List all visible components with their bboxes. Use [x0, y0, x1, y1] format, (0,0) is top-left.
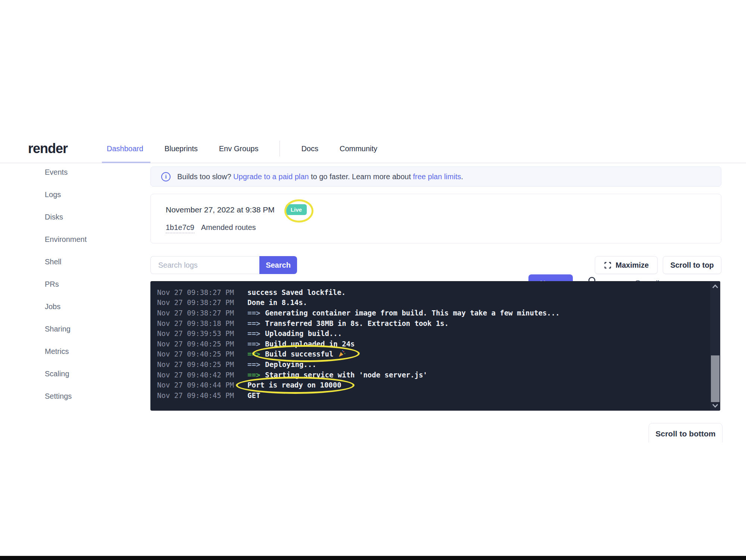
log-timestamp: Nov 27 09:38:18 PM [157, 319, 247, 327]
log-timestamp: Nov 27 09:38:27 PM [157, 309, 247, 317]
log-message: success Saved lockfile. [247, 288, 346, 296]
log-line-build-successful: Nov 27 09:40:25 PM ==> Build successful [157, 349, 705, 360]
scrollbar-thumb[interactable] [711, 355, 720, 402]
upgrade-banner: i Builds too slow? Upgrade to a paid pla… [150, 167, 721, 187]
scrollbar-up-arrow-icon[interactable] [710, 282, 720, 291]
log-arrow: ==> [247, 319, 260, 327]
log-line: Nov 27 09:39:53 PM ==> Uploading build..… [157, 328, 705, 339]
maximize-icon [604, 261, 612, 269]
deploy-card: November 27, 2022 at 9:38 PM Live 1b1e7c… [150, 194, 721, 243]
sidebar-item-shell[interactable]: Shell [45, 258, 87, 267]
sidebar-item-metrics[interactable]: Metrics [45, 347, 87, 356]
banner-text-1: Builds too slow? [177, 172, 233, 181]
log-message: Uploading build... [265, 329, 342, 337]
render-logo[interactable]: render [28, 141, 68, 156]
active-tab-underline [102, 162, 150, 163]
maximize-label: Maximize [616, 261, 649, 270]
top-navbar: render Dashboard Blueprints Env Groups D… [0, 134, 746, 163]
log-timestamp: Nov 27 09:39:53 PM [157, 329, 247, 337]
scroll-to-bottom-wrap: Scroll to bottom [649, 423, 722, 442]
party-popper-icon [338, 350, 346, 358]
log-timestamp: Nov 27 09:40:25 PM [157, 340, 247, 348]
maximize-button[interactable]: Maximize [595, 256, 658, 274]
log-message: Port is ready on 10000 [247, 381, 341, 389]
nav-links: Dashboard Blueprints Env Groups Docs Com… [107, 134, 377, 163]
banner-text-3: . [461, 172, 463, 181]
render-dashboard-page: render Dashboard Blueprints Env Groups D… [0, 0, 746, 560]
sidebar-item-logs[interactable]: Logs [45, 190, 87, 199]
log-timestamp: Nov 27 09:40:25 PM [157, 350, 247, 358]
log-terminal: Nov 27 09:38:27 PM success Saved lockfil… [150, 281, 720, 411]
log-lines: Nov 27 09:38:27 PM success Saved lockfil… [157, 287, 705, 401]
sidebar-item-environment[interactable]: Environment [45, 235, 87, 244]
log-line: Nov 27 09:38:27 PM ==> Generating contai… [157, 308, 705, 318]
log-message: Done in 8.14s. [247, 298, 307, 307]
nav-divider [280, 141, 280, 156]
sidebar-item-events[interactable]: Events [45, 168, 87, 177]
scroll-to-top-button[interactable]: Scroll to top [663, 256, 721, 274]
log-timestamp: Nov 27 09:40:45 PM [157, 391, 247, 399]
nav-docs[interactable]: Docs [301, 144, 318, 153]
free-plan-limits-link[interactable]: free plan limits [413, 172, 461, 181]
log-line: Nov 27 09:40:45 PM GET [157, 390, 705, 401]
log-arrow: ==> [247, 371, 260, 379]
sidebar-item-disks[interactable]: Disks [45, 213, 87, 222]
deploy-date: November 27, 2022 at 9:38 PM [166, 205, 275, 214]
log-message: Generating container image from build. T… [265, 309, 559, 317]
log-line: Nov 27 09:40:25 PM ==> Deploying... [157, 359, 705, 370]
log-arrow: ==> [247, 340, 260, 348]
log-line: Nov 27 09:38:18 PM ==> Transferred 38MB … [157, 318, 705, 329]
commit-message: Amended routes [201, 223, 256, 232]
commit-hash-link[interactable]: 1b1e7c9 [166, 223, 194, 233]
nav-env-groups[interactable]: Env Groups [219, 144, 259, 153]
log-arrow: ==> [247, 360, 260, 368]
log-search-group: Search [150, 256, 297, 274]
log-message: Build uploaded in 24s [265, 340, 355, 348]
terminal-scrollbar [710, 281, 720, 411]
banner-text: Builds too slow? Upgrade to a paid plan … [177, 172, 463, 181]
log-arrow: ==> [247, 329, 260, 337]
sidebar-item-sharing[interactable]: Sharing [45, 325, 87, 334]
log-timestamp: Nov 27 09:38:27 PM [157, 298, 247, 307]
log-line: Nov 27 09:40:25 PM ==> Build uploaded in… [157, 339, 705, 349]
deploy-date-row: November 27, 2022 at 9:38 PM Live [166, 204, 307, 215]
log-arrow: ==> [247, 309, 260, 317]
log-timestamp: Nov 27 09:40:42 PM [157, 371, 247, 379]
log-timestamp: Nov 27 09:38:27 PM [157, 288, 247, 296]
log-line-port-ready: Nov 27 09:40:44 PM Port is ready on 1000… [157, 380, 705, 390]
scrollbar-down-arrow-icon[interactable] [710, 401, 720, 410]
service-sidebar: Events Logs Disks Environment Shell PRs … [45, 168, 87, 414]
scroll-to-bottom-button[interactable]: Scroll to bottom [649, 423, 722, 442]
sidebar-item-jobs[interactable]: Jobs [45, 302, 87, 311]
log-message: Transferred 38MB in 8s. Extraction took … [265, 319, 449, 327]
banner-text-2: to go faster. Learn more about [309, 172, 413, 181]
nav-blueprints[interactable]: Blueprints [165, 144, 198, 153]
sidebar-item-settings[interactable]: Settings [45, 392, 87, 401]
sidebar-item-prs[interactable]: PRs [45, 280, 87, 289]
search-button[interactable]: Search [259, 256, 297, 274]
commit-row: 1b1e7c9 Amended routes [166, 223, 256, 233]
log-arrow: ==> [247, 350, 260, 358]
bottom-edge-bar [0, 556, 746, 560]
log-line: Nov 27 09:38:27 PM Done in 8.14s. [157, 298, 705, 308]
log-message: Starting service with 'node server.js' [265, 371, 427, 379]
log-timestamp: Nov 27 09:40:25 PM [157, 360, 247, 368]
upgrade-link[interactable]: Upgrade to a paid plan [233, 172, 309, 181]
log-line: Nov 27 09:40:42 PM ==> Starting service … [157, 370, 705, 380]
search-logs-input[interactable] [150, 256, 259, 274]
log-message: GET [247, 391, 260, 399]
info-icon: i [161, 172, 171, 181]
nav-dashboard[interactable]: Dashboard [107, 144, 143, 153]
sidebar-item-scaling[interactable]: Scaling [45, 370, 87, 379]
log-message: Deploying... [265, 360, 316, 368]
log-message: Build successful [265, 350, 333, 358]
live-status-badge: Live [286, 204, 307, 215]
log-timestamp: Nov 27 09:40:44 PM [157, 381, 247, 389]
nav-community[interactable]: Community [340, 144, 377, 153]
log-line: Nov 27 09:38:27 PM success Saved lockfil… [157, 287, 705, 298]
